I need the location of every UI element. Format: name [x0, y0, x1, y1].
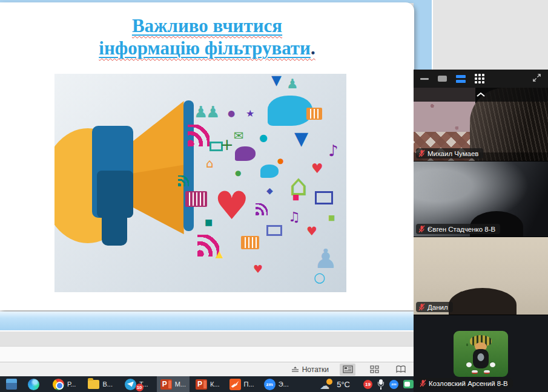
- slide-title-line-1: Важливо вчитися: [0, 15, 414, 37]
- normal-view-button[interactable]: [340, 364, 355, 376]
- screen: Важливо вчитися інформацію фільтрувати. …: [0, 0, 548, 392]
- taskbar-label-chrome: Р...: [67, 381, 76, 388]
- taskbar-item-zoom[interactable]: zm Э...: [260, 376, 292, 392]
- powerpoint-icon: P: [196, 379, 207, 390]
- megaphone-social-media-image: ♥♥♥⌂⌂♟♟♟♟♪♫✉▼▼●●●●■■■★+○◆♥▲: [54, 74, 346, 292]
- single-view-icon[interactable]: [438, 76, 447, 82]
- cloud-dot-icon: ●: [277, 157, 283, 165]
- cloud-dot-icon: ●: [259, 133, 268, 143]
- zoom-video-panel: Михаил Чумаев Євген Стадченко 8-В Данил: [414, 70, 548, 392]
- powerpoint-status-bar: Нотатки: [0, 362, 414, 376]
- cloud-radio-icon: [185, 191, 207, 207]
- start-icon: [6, 379, 17, 390]
- notes-icon: [291, 366, 299, 373]
- minimize-view-icon[interactable]: [420, 78, 429, 80]
- normal-view-icon: [343, 365, 353, 373]
- tray-notification-badge[interactable]: 19: [363, 380, 372, 389]
- reading-view-button[interactable]: [393, 364, 409, 376]
- participant-name-tag: Козловский Арсений 8-В: [417, 378, 513, 388]
- taskbar-label-powerpoint-1: М...: [175, 381, 186, 388]
- participant-name-tag: Євген Стадченко 8-В: [416, 224, 500, 234]
- muted-mic-icon: [418, 149, 425, 157]
- participant-name: Михаил Чумаев: [428, 150, 478, 157]
- chevron-up-icon: [476, 92, 486, 97]
- taskbar-item-powerpoint-active[interactable]: P М...: [157, 376, 190, 392]
- telegram-icon: [125, 379, 136, 390]
- participant-name-tag: Данил: [416, 302, 453, 312]
- participant-video-4[interactable]: Козловский Арсений 8-В: [414, 315, 548, 392]
- orange-bird-app-icon: [229, 379, 241, 390]
- cloud-wifi-icon: [178, 175, 189, 186]
- taskbar-item-edge[interactable]: [24, 376, 43, 392]
- cloud-download-icon: ▼: [271, 74, 282, 87]
- toolbar-strip-2: [0, 346, 414, 362]
- speaker-view-icon-active[interactable]: [456, 75, 466, 83]
- participant-video-1[interactable]: Михаил Чумаев: [414, 88, 548, 162]
- cloud-house-icon: ⌂: [206, 157, 214, 169]
- taskbar-weather[interactable]: ☁ 5°C: [320, 379, 350, 390]
- collapse-panel-strip[interactable]: [414, 88, 548, 102]
- cloud-person-icon: ♟: [286, 77, 299, 91]
- zoom-app-icon: zm: [264, 379, 276, 390]
- presentation-frame-bottom: [0, 312, 414, 330]
- taskbar-label-powerpoint-2: К...: [210, 381, 220, 388]
- cloud-heart-icon: ♥: [306, 225, 317, 237]
- cloud-music-note-icon: ♪: [328, 143, 338, 158]
- taskbar-item-chrome[interactable]: Р...: [49, 376, 79, 392]
- taskbar-label-zoom: Э...: [279, 381, 289, 388]
- muted-mic-icon: [418, 225, 425, 233]
- start-button[interactable]: [2, 376, 21, 392]
- taskbar-item-telegram[interactable]: Т... 10: [121, 376, 152, 392]
- participant-video-2[interactable]: Євген Стадченко 8-В: [414, 162, 548, 237]
- participant-name: Данил: [428, 304, 448, 311]
- tray-camera-icon[interactable]: [403, 380, 414, 388]
- cloud-speech-bubble-icon: [235, 146, 256, 161]
- slide: Важливо вчитися інформацію фільтрувати. …: [0, 2, 414, 310]
- cloud-mail-icon: ✉: [234, 129, 244, 142]
- participant-name: Козловский Арсений 8-В: [429, 380, 508, 387]
- edge-icon: [28, 379, 39, 390]
- tray-zoom-icon[interactable]: zm: [389, 380, 398, 389]
- expand-fullscreen-icon[interactable]: [532, 73, 541, 85]
- telegram-badge: 10: [136, 384, 144, 391]
- icon-cloud: ♥♥♥⌂⌂♟♟♟♟♪♫✉▼▼●●●●■■■★+○◆♥▲: [54, 74, 346, 292]
- chrome-icon: [53, 379, 64, 390]
- cloud-star-icon: ★: [246, 109, 254, 119]
- notes-label: Нотатки: [302, 365, 329, 374]
- weather-temperature: 5°C: [337, 380, 350, 389]
- cloud-heart-icon: ♥: [253, 264, 263, 275]
- cloud-heart-icon: ♥: [311, 162, 323, 175]
- cloud-monitor-icon: [315, 191, 333, 204]
- participant-name-tag: Михаил Чумаев: [416, 148, 483, 158]
- folder-icon: [88, 380, 99, 389]
- taskbar-item-reader-app[interactable]: П...: [226, 376, 258, 392]
- cloud-download-icon: ▼: [294, 129, 308, 148]
- cloud-monitor-icon: [266, 225, 282, 236]
- cloud-diamond-icon: ◆: [266, 186, 273, 195]
- slide-sorter-view-button[interactable]: [366, 364, 382, 376]
- slide-title: Важливо вчитися інформацію фільтрувати.: [0, 15, 414, 59]
- cloud-music-note-icon: ♫: [288, 211, 300, 224]
- cloud-heart-icon: ♥: [214, 186, 249, 225]
- muted-mic-icon: [420, 379, 426, 387]
- cloud-plus-icon: +: [220, 137, 234, 152]
- muted-mic-icon: [418, 303, 425, 311]
- cloud-square-icon: ■: [292, 194, 299, 201]
- participant-video-3[interactable]: Данил: [414, 237, 548, 315]
- taskbar-item-powerpoint-2[interactable]: P К...: [192, 376, 223, 392]
- slide-title-line-2: інформацію фільтрувати.: [0, 37, 414, 59]
- cloud-speech-bubble-icon: [260, 165, 279, 178]
- tray-mic-icon[interactable]: [377, 379, 385, 390]
- gallery-view-icon[interactable]: [475, 74, 484, 83]
- notes-button[interactable]: Нотатки: [291, 365, 329, 374]
- cloud-triangle-icon: ▲: [216, 249, 223, 259]
- cloud-rss-icon: [188, 125, 210, 146]
- taskbar-label-folder: В...: [102, 381, 113, 388]
- cloud-basket-icon: [241, 236, 259, 249]
- slide-title-period: .: [311, 38, 315, 59]
- taskbar-item-folder[interactable]: В...: [84, 376, 116, 392]
- slide-sorter-icon: [370, 365, 379, 373]
- zoom-panel-toolbar: [414, 70, 548, 88]
- participant-avatar: [454, 331, 508, 377]
- reading-view-icon: [396, 365, 406, 373]
